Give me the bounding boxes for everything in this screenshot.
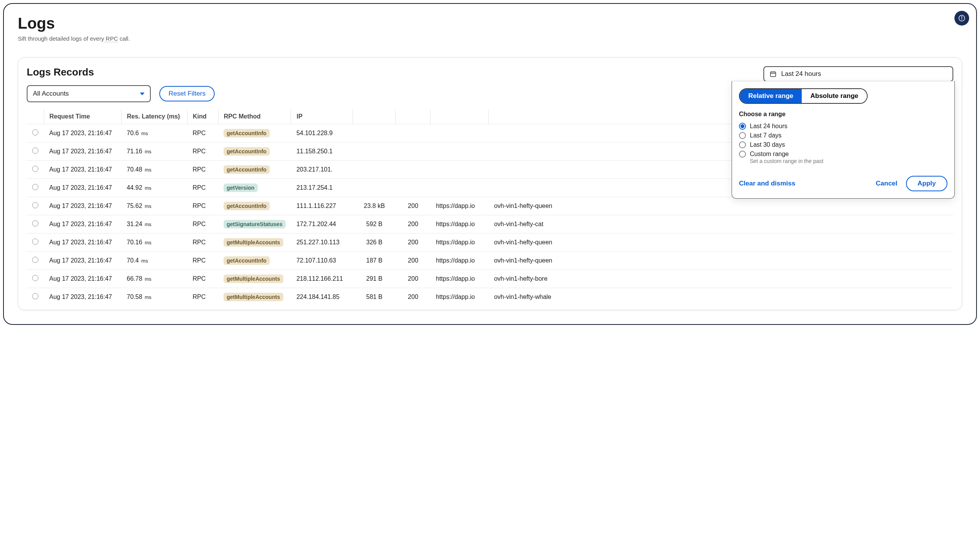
reset-filters-button[interactable]: Reset Filters [159,86,215,101]
cell-latency: 70.4 ms [121,252,187,270]
date-range-popover: Relative range Absolute range Choose a r… [732,81,955,199]
cell-kind: RPC [187,161,218,179]
cell-latency: 70.6 ms [121,124,187,142]
cell-origin: https://dapp.io [431,215,489,233]
cell-method: getMultipleAccounts [218,270,291,288]
cell-size: 187 B [353,252,396,270]
col-ip[interactable]: IP [291,109,353,124]
date-range-trigger[interactable]: Last 24 hours [763,66,953,82]
cell-status: 200 [396,197,431,215]
cell-ip: 54.101.228.9 [291,124,353,142]
date-range-control: Last 24 hours Relative range Absolute ra… [763,66,953,199]
cell-node: ovh-vin1-hefty-cat [489,215,953,233]
row-select-radio[interactable] [32,184,38,190]
row-select-radio[interactable] [32,129,38,136]
cell-latency: 66.78 ms [121,270,187,288]
cell-size: 581 B [353,288,396,306]
col-latency[interactable]: Res. Latency (ms) [121,109,187,124]
option-label: Custom range [750,151,789,158]
cell-kind: RPC [187,142,218,161]
col-method[interactable]: RPC Method [218,109,291,124]
cell-ip: 72.107.110.63 [291,252,353,270]
page-subtitle: Sift through detailed logs of every RPC … [18,35,962,42]
table-row[interactable]: Aug 17 2023, 21:16:4770.16 msRPCgetMulti… [27,233,953,252]
cell-ip: 11.158.250.1 [291,142,353,161]
cell-time: Aug 17 2023, 21:16:47 [44,124,121,142]
calendar-icon [770,70,777,77]
svg-rect-3 [770,72,776,77]
cell-origin: https://dapp.io [431,252,489,270]
svg-point-2 [961,17,962,17]
cell-size [353,161,396,179]
cell-origin: https://dapp.io [431,288,489,306]
cell-method: getAccountInfo [218,124,291,142]
cell-kind: RPC [187,233,218,252]
row-select-radio[interactable] [32,257,38,263]
clear-dismiss-button[interactable]: Clear and dismiss [739,180,796,187]
cell-status: 200 [396,233,431,252]
option-custom-range[interactable]: Custom range [739,149,947,159]
cell-kind: RPC [187,124,218,142]
row-select-radio[interactable] [32,148,38,154]
cell-method: getVersion [218,179,291,197]
cell-node: ovh-vin1-hefty-whale [489,288,953,306]
cell-latency: 70.48 ms [121,161,187,179]
cell-origin: https://dapp.io [431,270,489,288]
col-origin[interactable] [431,109,489,124]
cancel-button[interactable]: Cancel [876,180,897,187]
cell-method: getAccountInfo [218,161,291,179]
cell-size: 291 B [353,270,396,288]
option-last-30-days[interactable]: Last 30 days [739,140,947,149]
info-icon [958,15,965,22]
row-select-radio[interactable] [32,275,38,281]
table-row[interactable]: Aug 17 2023, 21:16:4770.4 msRPCgetAccoun… [27,252,953,270]
radio-icon [739,132,746,139]
cell-time: Aug 17 2023, 21:16:47 [44,233,121,252]
cell-origin: https://dapp.io [431,197,489,215]
cell-kind: RPC [187,197,218,215]
cell-latency: 70.58 ms [121,288,187,306]
table-row[interactable]: Aug 17 2023, 21:16:4775.62 msRPCgetAccou… [27,197,953,215]
row-select-radio[interactable] [32,293,38,299]
cell-latency: 31.24 ms [121,215,187,233]
row-select-radio[interactable] [32,166,38,172]
cell-origin [431,142,489,161]
rpc-term: RPC [104,35,118,42]
tab-relative-range[interactable]: Relative range [740,89,802,103]
table-row[interactable]: Aug 17 2023, 21:16:4766.78 msRPCgetMulti… [27,270,953,288]
row-select-radio[interactable] [32,239,38,245]
cell-size: 326 B [353,233,396,252]
col-size[interactable] [353,109,396,124]
row-select-radio[interactable] [32,202,38,208]
col-kind[interactable]: Kind [187,109,218,124]
cell-node: ovh-vin1-hefty-queen [489,233,953,252]
cell-method: getAccountInfo [218,142,291,161]
option-last-24-hours[interactable]: Last 24 hours [739,122,947,131]
info-button[interactable] [954,11,969,26]
option-label: Last 24 hours [750,123,787,130]
cell-size [353,124,396,142]
table-row[interactable]: Aug 17 2023, 21:16:4770.58 msRPCgetMulti… [27,288,953,306]
cell-time: Aug 17 2023, 21:16:47 [44,288,121,306]
table-row[interactable]: Aug 17 2023, 21:16:4731.24 msRPCgetSigna… [27,215,953,233]
method-badge: getAccountInfo [224,129,270,137]
cell-origin [431,179,489,197]
subtitle-post: call. [118,35,130,42]
cell-origin: https://dapp.io [431,233,489,252]
page-title: Logs [18,15,962,32]
method-badge: getMultipleAccounts [224,293,283,301]
cell-ip: 251.227.10.113 [291,233,353,252]
account-select[interactable]: All Accounts [27,85,151,102]
col-status[interactable] [396,109,431,124]
option-last-7-days[interactable]: Last 7 days [739,131,947,140]
cell-node: ovh-vin1-hefty-queen [489,252,953,270]
radio-icon [739,123,746,130]
col-request-time[interactable]: Request Time [44,109,121,124]
custom-range-sublabel: Set a custom range in the past [750,158,947,164]
row-select-radio[interactable] [32,220,38,227]
cell-kind: RPC [187,179,218,197]
cell-kind: RPC [187,252,218,270]
tab-absolute-range[interactable]: Absolute range [802,89,867,103]
cell-latency: 71.16 ms [121,142,187,161]
apply-button[interactable]: Apply [906,176,947,191]
